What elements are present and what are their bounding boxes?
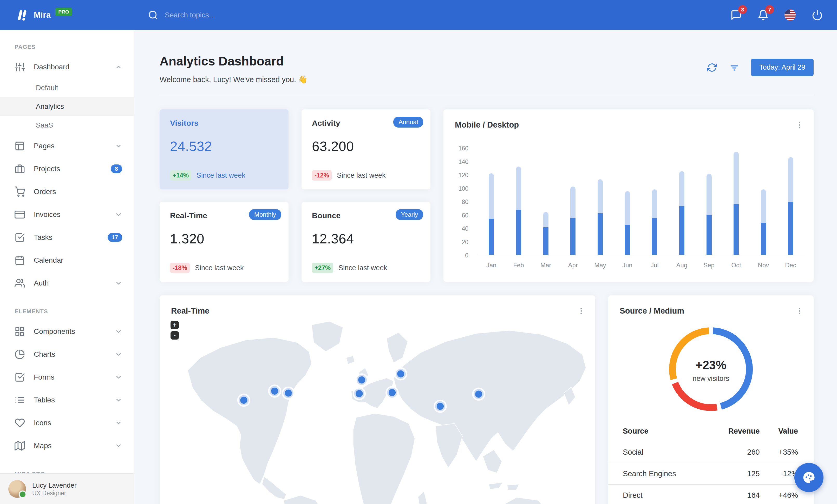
sidebar-item-orders[interactable]: Orders [0,180,133,203]
bar-segment-mobile [788,202,793,255]
bar-segment-desktop [707,174,712,214]
bar-segment-mobile [516,210,521,255]
bar-segment-desktop [570,187,575,218]
bar-segment-desktop [598,179,603,213]
sidebar-item-auth[interactable]: Auth [0,272,133,295]
map-marker-us-mid[interactable] [268,385,281,398]
bar-segment-desktop [652,189,657,218]
top-navbar: Mira PRO 3 [0,0,837,30]
map-marker-russia[interactable] [394,367,407,380]
search-input[interactable] [165,11,279,19]
users-icon [15,278,25,288]
map-menu-button[interactable] [575,305,587,317]
messages-button[interactable]: 3 [730,9,742,21]
table-column-header: Revenue [712,422,760,442]
stat-note: Since last week [337,171,386,180]
sidebar-item-label: Charts [34,350,115,358]
user-avatar [8,480,26,498]
bar-segment-desktop [516,167,521,210]
map-marker-turkey[interactable] [386,386,399,399]
sidebar-item-tasks[interactable]: Tasks17 [0,226,133,249]
map-zoom-out-button[interactable]: - [171,331,179,339]
y-axis-tick: 80 [455,199,468,205]
source-menu-button[interactable] [794,305,805,317]
map-marker-spain[interactable] [353,387,366,400]
period-badge[interactable]: Monthly [249,209,281,220]
stat-title: Visitors [170,119,278,128]
sidebar-item-tables[interactable]: Tables [0,389,133,411]
chart-menu-button[interactable] [794,119,805,131]
theme-settings-fab[interactable] [795,463,823,492]
sidebar-item-charts[interactable]: Charts [0,343,133,366]
map-marker-us-west[interactable] [237,394,251,407]
credit-card-icon [15,209,25,220]
sidebar-item-dashboard[interactable]: Dashboard [0,56,133,78]
search-icon [148,10,159,20]
map-marker-us-east[interactable] [282,387,295,400]
bar-segment-desktop [543,212,549,227]
heart-icon [15,418,25,428]
bar-column-nov [758,189,769,255]
sidebar-item-label: Tables [34,396,115,404]
sidebar: PAGESDashboardDefaultAnalyticsSaaSPagesP… [0,30,134,504]
brand-name: Mira [34,11,51,20]
y-axis-tick: 100 [455,185,468,192]
language-flag-button[interactable] [784,9,797,21]
logout-power-button[interactable] [811,9,823,21]
world-map: + - [165,317,590,504]
bar-segment-mobile [543,227,549,255]
chevron-down-icon [115,142,122,150]
bar-column-sep [704,174,714,255]
cell-source: Direct [608,485,712,504]
bar-column-feb [513,167,524,255]
realtime-map-card: Real-Time + - [160,295,595,504]
sidebar-item-label: Forms [34,373,115,381]
stat-card-bounce: BounceYearly12.364+27%Since last week [302,202,430,282]
refresh-button[interactable] [706,62,718,73]
bar-column-oct [731,152,741,255]
chevron-down-icon [115,280,122,287]
brand-logo[interactable]: Mira PRO [0,8,134,22]
list-icon [15,395,25,405]
bar-segment-mobile [707,215,712,255]
chart-card-title: Mobile / Desktop [455,120,519,130]
briefcase-icon [15,164,25,174]
sidebar-item-components[interactable]: Components [0,320,133,343]
sidebar-item-maps[interactable]: Maps [0,434,133,457]
world-map-continents [188,321,586,504]
bar-segment-desktop [489,173,494,219]
layout-icon [15,141,25,151]
map-marker-uk[interactable] [355,373,368,387]
sidebar-item-label: Maps [34,442,115,450]
sidebar-user-footer: Lucy Lavender UX Designer [0,473,133,504]
period-badge[interactable]: Annual [393,117,423,128]
notifications-button[interactable]: 7 [757,9,769,21]
bar-column-dec [785,157,796,255]
map-zoom-in-button[interactable]: + [171,321,179,329]
bar-column-jun [622,191,633,255]
sidebar-item-icons[interactable]: Icons [0,411,133,434]
cell-revenue: 125 [712,463,760,485]
refresh-icon [707,62,717,73]
sidebar-subitem-default[interactable]: Default [0,78,133,97]
sidebar-subitem-analytics[interactable]: Analytics [0,97,133,116]
sidebar-item-pages[interactable]: Pages [0,135,133,157]
sidebar-item-label: Dashboard [34,63,115,71]
welcome-message: Welcome back, Lucy! We've missed you. 👋 [160,75,307,84]
date-range-button[interactable]: Today: April 29 [751,59,814,76]
map-marker-india[interactable] [433,399,447,413]
sidebar-item-forms[interactable]: Forms [0,366,133,389]
pie-chart-icon [15,349,25,359]
sidebar-subitem-saas[interactable]: SaaS [0,116,133,135]
sidebar-item-invoices[interactable]: Invoices [0,203,133,226]
kebab-menu-icon [577,307,585,315]
bar-segment-mobile [489,219,494,255]
map-marker-china[interactable] [472,388,485,401]
sidebar-item-calendar[interactable]: Calendar [0,249,133,272]
filter-button[interactable] [729,62,740,73]
count-badge: 8 [111,165,122,173]
delta-chip: -12% [312,170,332,181]
period-badge[interactable]: Yearly [396,209,423,220]
check-square-icon [15,232,25,243]
sidebar-item-projects[interactable]: Projects8 [0,157,133,180]
